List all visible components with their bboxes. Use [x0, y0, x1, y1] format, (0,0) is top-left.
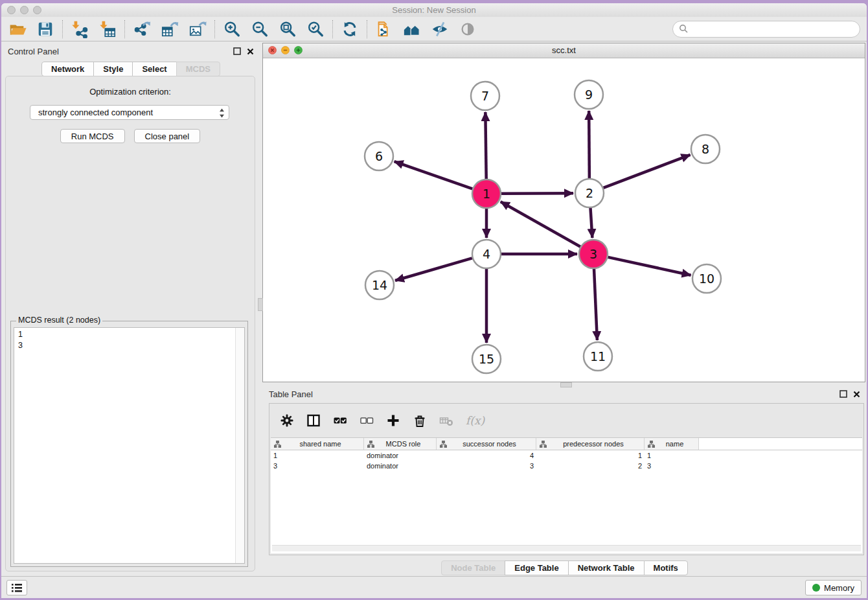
- table-cell[interactable]: dominator: [364, 452, 437, 459]
- deselect-all-button[interactable]: [360, 413, 374, 428]
- zoom-out-button[interactable]: [250, 19, 269, 39]
- float-panel-icon[interactable]: [233, 47, 241, 55]
- export-image-button[interactable]: [188, 19, 207, 39]
- graph-edge-1-7[interactable]: [485, 112, 486, 179]
- select-all-button[interactable]: [333, 413, 347, 428]
- attribute-tree-icon: [648, 441, 655, 448]
- save-session-button[interactable]: [36, 19, 55, 39]
- network-graph[interactable]: 7968124314101511: [263, 58, 865, 382]
- tab-motifs[interactable]: Motifs: [644, 560, 688, 575]
- graph-edge-3-1[interactable]: [501, 202, 580, 246]
- search-box[interactable]: [672, 21, 860, 38]
- table-cell[interactable]: 3: [645, 462, 699, 470]
- close-panel-button[interactable]: Close panel: [134, 129, 201, 143]
- import-network-button[interactable]: [70, 19, 89, 39]
- checked-boxes-icon: [333, 413, 347, 428]
- add-row-button[interactable]: [386, 413, 400, 428]
- graph-edge-3-10[interactable]: [608, 257, 691, 275]
- zoom-selected-button[interactable]: [306, 19, 325, 39]
- table-horizontal-scrollbar[interactable]: [272, 545, 861, 551]
- tab-network-table[interactable]: Network Table: [568, 560, 645, 575]
- column-header-predecessor-nodes[interactable]: predecessor nodes: [536, 438, 645, 450]
- toolbar-separator: [124, 20, 125, 38]
- mcds-result-fieldset: MCDS result (2 nodes) 1 3: [10, 321, 248, 567]
- criterion-value: strongly connected component: [38, 108, 153, 117]
- mcds-result-box[interactable]: 1 3: [14, 327, 245, 564]
- network-canvas[interactable]: 7968124314101511: [263, 58, 865, 382]
- function-builder-button[interactable]: f(x): [466, 414, 485, 427]
- delete-row-button[interactable]: [413, 413, 427, 428]
- graph-node-label: 8: [702, 142, 709, 156]
- table-row[interactable]: 1dominator411: [271, 450, 862, 461]
- tab-edge-table[interactable]: Edge Table: [505, 560, 568, 575]
- dropdown-chevrons-icon: [219, 108, 225, 119]
- table-settings-button[interactable]: [280, 413, 294, 428]
- mcds-result-text: 1 3: [14, 328, 235, 563]
- graph-edge-2-9[interactable]: [589, 111, 589, 178]
- application-window: Session: New Session: [1, 3, 867, 598]
- fit-content-button[interactable]: [278, 19, 297, 39]
- table-cell[interactable]: 3: [271, 462, 364, 470]
- column-header-successor-nodes[interactable]: successor nodes: [437, 438, 536, 450]
- column-header-MCDS-role[interactable]: MCDS role: [364, 438, 437, 450]
- eye-disabled-icon: [459, 20, 477, 38]
- hide-selected-button[interactable]: [430, 19, 450, 39]
- tab-network[interactable]: Network: [41, 62, 94, 76]
- graph-edge-3-11[interactable]: [594, 269, 597, 340]
- task-history-button[interactable]: [6, 580, 27, 595]
- table-cell[interactable]: 1: [536, 452, 645, 459]
- column-header-name[interactable]: name: [645, 438, 699, 450]
- zoom-in-icon: [223, 20, 241, 38]
- import-table-button[interactable]: [98, 19, 117, 39]
- graph-edge-1-6[interactable]: [394, 161, 473, 189]
- column-header-shared-name[interactable]: shared name: [271, 438, 364, 450]
- table-cell[interactable]: 2: [536, 462, 645, 470]
- attribute-tree-icon: [274, 441, 281, 448]
- show-all-button[interactable]: [458, 19, 477, 39]
- table-cell[interactable]: 3: [437, 462, 536, 470]
- graph-edge-2-3[interactable]: [590, 208, 592, 238]
- import-network-icon: [71, 20, 89, 38]
- result-scrollbar[interactable]: [235, 328, 244, 563]
- table-panel-title: Table Panel: [269, 389, 313, 399]
- apply-preferred-layout-button[interactable]: [340, 19, 360, 39]
- delete-column-button[interactable]: [439, 413, 453, 428]
- column-header-label: successor nodes: [448, 440, 536, 448]
- run-mcds-button[interactable]: Run MCDS: [60, 129, 125, 143]
- network-frame-titlebar[interactable]: scc.txt: [263, 43, 865, 58]
- zoom-in-button[interactable]: [222, 19, 242, 39]
- import-table-icon: [98, 20, 117, 38]
- tab-style[interactable]: Style: [93, 62, 133, 76]
- graph-edge-2-8[interactable]: [604, 155, 691, 188]
- gear-icon: [280, 413, 294, 428]
- export-network-button[interactable]: [132, 19, 152, 39]
- close-panel-icon[interactable]: [853, 391, 860, 398]
- float-panel-icon[interactable]: [839, 390, 847, 398]
- first-neighbors-button[interactable]: [402, 19, 422, 39]
- table-row[interactable]: 3dominator323: [271, 461, 862, 471]
- table-cell[interactable]: dominator: [364, 462, 437, 470]
- table-cell[interactable]: 4: [437, 452, 536, 459]
- new-network-from-selection-button[interactable]: [374, 19, 394, 39]
- tab-node-table[interactable]: Node Table: [441, 560, 505, 575]
- open-session-button[interactable]: [8, 19, 27, 39]
- show-column-panel-button[interactable]: [306, 413, 321, 428]
- graph-edge-4-14[interactable]: [395, 258, 472, 281]
- table-cell[interactable]: 1: [271, 452, 364, 459]
- close-panel-icon[interactable]: [247, 48, 254, 55]
- toolbar-separator: [62, 20, 63, 38]
- graph-edge-1-2[interactable]: [501, 193, 573, 194]
- tab-select[interactable]: Select: [132, 62, 176, 76]
- criterion-dropdown[interactable]: strongly connected component: [30, 105, 229, 120]
- column-header-label: MCDS role: [376, 440, 436, 448]
- export-table-button[interactable]: [160, 19, 179, 39]
- search-input[interactable]: [692, 23, 854, 34]
- splitter-handle-vertical[interactable]: [258, 298, 263, 311]
- column-header-label: shared name: [282, 440, 363, 448]
- table-cell[interactable]: 1: [645, 452, 699, 459]
- tab-mcds[interactable]: MCDS: [176, 62, 220, 76]
- attribute-tree-icon: [440, 441, 447, 448]
- memory-button[interactable]: Memory: [805, 580, 862, 595]
- houses-icon: [403, 20, 421, 38]
- table-panel-tabs: Node Table Edge Table Network Table Moti…: [262, 560, 867, 575]
